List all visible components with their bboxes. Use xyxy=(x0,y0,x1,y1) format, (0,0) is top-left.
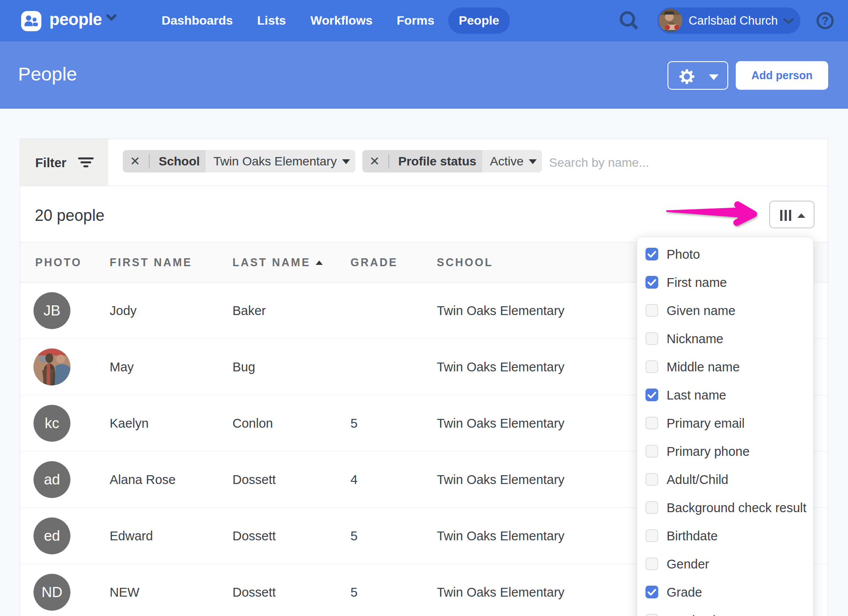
svg-text:?: ? xyxy=(822,14,829,27)
